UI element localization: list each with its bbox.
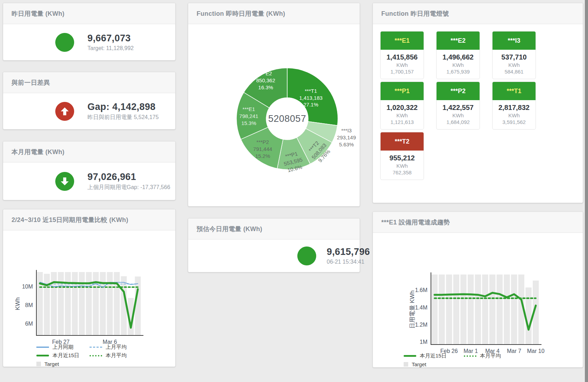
legend-swatch [404,355,416,357]
legend-label: 本月平均 [480,353,501,359]
device-tile-unit: KWh [381,112,424,118]
stat-subtitle: 昨日與前日用電量 5,524,175 [87,114,159,121]
stat-text: Gap: 4,142,898 昨日與前日用電量 5,524,175 [87,102,159,121]
device-tile-header: ***E1 [381,32,424,50]
legend-swatch [90,347,102,348]
legend-item-Target[interactable]: Target [404,361,464,368]
legend-item-上月同期[interactable]: 上月同期 [36,343,90,351]
stat-body: Gap: 4,142,898 昨日與前日用電量 5,524,175 [3,93,175,129]
device-tile-unit: KWh [437,62,480,68]
stat-value: 9,615,796 [327,246,370,257]
device-tile: ***P1 1,020,322 KWh 1,121,613 [380,82,424,130]
legend-item-本月平均[interactable]: 本月平均 [464,352,524,360]
panel-header: 與前一日差異 [3,72,175,93]
legend-label: 本月近15日 [420,353,447,359]
panel-15day-compare-chart: 2/24~3/10 近15日同期用電量比較 (KWh) 6M8M10MFeb 2… [3,209,176,367]
svg-text:1.2M: 1.2M [415,322,427,328]
panel-header: 預估今日用電量 (KWh) [188,218,360,239]
panel-month-usage: 本月用電量 (KWh) 97,026,961 上個月同期用電Gap: -17,3… [3,141,176,200]
trend-line-chart[interactable]: 1M1.2M1.4M1.6MFeb 26Mar 1Mar 4Mar 7Mar 1… [373,212,583,367]
legend-label: 上月平均 [106,344,127,350]
panel-day-gap: 與前一日差異 Gap: 4,142,898 昨日與前日用電量 5,524,175 [3,72,176,130]
device-tile-value: 1,020,322 [381,104,424,112]
panel-title: Function 昨日用電燈號 [381,9,449,18]
vertical-scrollbar[interactable] [585,0,588,382]
legend-item-本月近15日[interactable]: 本月近15日 [36,352,90,359]
panel-header: 本月用電量 (KWh) [3,141,175,162]
device-tile-unit: KWh [381,62,424,68]
device-tile: ***T1 2,817,832 KWh 3,591,562 [492,82,536,130]
panel-title: 本月用電量 (KWh) [12,148,64,156]
panel-header: 昨日用電量 (KWh) [3,3,175,24]
legend-label: Target [44,361,59,367]
legend-swatch [36,347,49,348]
panel-e1-trend-chart: ***E1 設備用電達成趨勢 1M1.2M1.4M1.6MFeb 26Mar 1… [373,211,583,368]
legend-item-Target[interactable]: Target [36,360,90,368]
panel-today-estimate: 預估今日用電量 (KWh) 9,615,796 06-21 15:34:41 [188,218,360,272]
device-tile-header: ***E2 [437,32,480,50]
legend-swatch [90,355,102,356]
device-tile-unit: KWh [493,62,536,68]
donut-slice-label: ***P2791,44415.2% [253,139,272,160]
device-tile-value: 537,710 [493,53,536,61]
svg-text:1.4M: 1.4M [415,305,427,311]
device-tile-value: 1,496,662 [437,53,480,61]
svg-text:Mar 10: Mar 10 [527,348,545,354]
legend-swatch [36,362,41,366]
stat-value: 97,026,961 [87,172,170,182]
panel-title: 昨日用電量 (KWh) [12,9,64,18]
donut-slice-label: ***I3293,1495.63% [337,127,356,148]
device-tile: ***I3 537,710 KWh 584,861 [492,31,536,79]
device-tile-header: ***P1 [381,82,424,100]
stat-value: Gap: 4,142,898 [87,102,159,112]
donut-chart[interactable]: 5208057***T11,413,18327.1%***I3293,1495.… [188,3,360,206]
compare-chart-legend: 上月同期上月平均本月近15日本月平均Target [36,343,143,368]
legend-item-上月平均[interactable]: 上月平均 [90,343,143,351]
device-tile-target: 3,591,562 [493,119,536,125]
svg-text:KWh: KWh [14,297,21,310]
device-tile-target: 1,700,157 [381,69,424,75]
arrow-down-icon [59,176,70,187]
device-tile: ***P2 1,422,557 KWh 1,684,092 [436,82,480,130]
device-tile-unit: KWh [437,112,480,118]
device-tile-header: ***I3 [493,32,536,50]
device-tile-target: 1,684,092 [437,119,480,125]
compare-line-chart[interactable]: 6M8M10MFeb 27Mar 6KWh [3,209,175,367]
legend-label: 本月近15日 [52,352,79,359]
arrow-up-circle-icon [55,102,74,121]
legend-item-本月平均[interactable]: 本月平均 [90,352,143,359]
arrow-up-icon [59,106,70,117]
stat-subtitle: Target: 11,128,992 [87,45,134,51]
legend-label: 本月平均 [106,352,127,359]
stat-subtitle: 上個月同期用電Gap: -17,377,566 [87,184,170,191]
panel-title: 與前一日差異 [12,78,50,87]
device-tile-unit: KWh [493,112,536,118]
legend-label: Target [412,361,426,367]
stat-text: 9,615,796 06-21 15:34:41 [327,246,370,265]
donut-slice-label: ***T11,413,18327.1% [299,88,323,108]
device-tile-header: ***T2 [381,132,424,151]
energy-dashboard: 昨日用電量 (KWh) 9,667,073 Target: 11,128,992… [0,0,588,382]
stat-subtitle: 06-21 15:34:41 [327,259,370,265]
device-tile: ***T2 955,212 KWh 762,358 [380,132,424,180]
device-tile: ***E1 1,415,856 KWh 1,700,157 [380,31,424,79]
donut-slice-label: ***E2850,36216.3% [256,70,275,91]
legend-swatch [464,355,476,357]
legend-label: 上月同期 [52,344,73,350]
stat-body: 9,667,073 Target: 11,128,992 [3,24,175,60]
device-tile-value: 1,415,856 [381,53,424,61]
panel-yesterday-lights: Function 昨日用電燈號 ***E1 1,415,856 KWh 1,70… [373,3,583,203]
device-tile-value: 955,212 [381,154,424,162]
svg-text:8M: 8M [25,302,33,308]
device-tile-value: 1,422,557 [437,104,480,112]
legend-item-本月近15日[interactable]: 本月近15日 [404,352,464,360]
donut-center-total: 5208057 [268,113,306,124]
device-tile-target: 1,121,613 [381,119,424,125]
device-tile-header: ***T1 [493,82,536,100]
legend-swatch [36,355,49,356]
device-tile-unit: KWh [381,163,424,169]
device-tile-target: 1,675,939 [437,69,480,75]
panel-title: 預估今日用電量 (KWh) [197,225,262,233]
svg-text:1.6M: 1.6M [415,287,427,293]
status-circle-icon [297,246,316,265]
